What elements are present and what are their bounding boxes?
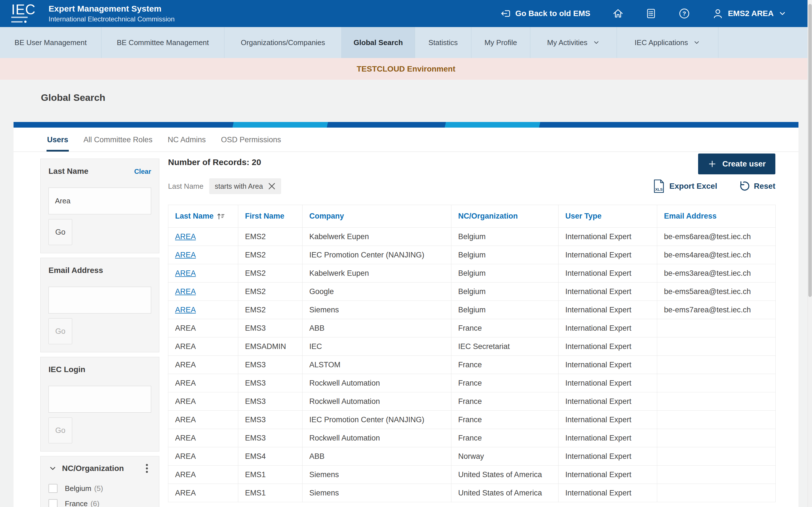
table-row: AREAEMS4ABBNorwayInternational Expert: [168, 447, 776, 466]
column-header-user-type[interactable]: User Type: [559, 205, 657, 228]
cell-email: be-ems3area@test.iec.ch: [657, 264, 776, 283]
cell-email: [657, 337, 776, 356]
app-header: IEC Expert Management System Internation…: [0, 0, 812, 27]
cell-company: Rockwell Automation: [303, 392, 451, 411]
sort-ascending-icon: [216, 213, 225, 220]
nav-item-my-activities[interactable]: My Activities: [530, 27, 617, 58]
cell-email: [657, 374, 776, 392]
table-row: AREAEMS2GoogleBelgiumInternational Exper…: [168, 283, 776, 301]
cell-company: Rockwell Automation: [303, 374, 451, 392]
export-excel-button[interactable]: XLS Export Excel: [653, 179, 717, 193]
exit-arrow-icon: [501, 8, 511, 18]
cell-last-name: AREA: [168, 392, 238, 411]
cell-nc-org: France: [451, 319, 559, 337]
go-back-to-old-ems-button[interactable]: Go Back to old EMS: [501, 8, 591, 18]
tab-osd-permissions[interactable]: OSD Permissions: [220, 131, 282, 152]
column-header-label: Last Name: [175, 212, 214, 221]
cell-user-type: International Expert: [559, 356, 657, 374]
cell-last-name: AREA: [168, 301, 238, 319]
person-icon: [712, 8, 723, 19]
help-icon[interactable]: ?: [678, 8, 690, 19]
filter-chip: starts with Area: [209, 178, 281, 194]
page-scrollbar-track[interactable]: [808, 0, 812, 507]
column-header-email-address[interactable]: Email Address: [657, 205, 776, 228]
user-detail-link[interactable]: AREA: [175, 305, 196, 314]
page-scrollbar-thumb[interactable]: [808, 4, 812, 297]
nc-option-france: France(6): [49, 499, 151, 507]
checkbox-belgium[interactable]: [49, 484, 57, 493]
chevron-down-icon: [593, 39, 600, 46]
email-input[interactable]: [49, 287, 151, 314]
nav-item-label: BE User Management: [15, 38, 87, 47]
checkbox-france[interactable]: [49, 499, 57, 507]
nav-item-label: IEC Applications: [635, 38, 688, 47]
cell-nc-org: France: [451, 411, 559, 429]
user-detail-link[interactable]: AREA: [175, 269, 196, 277]
tab-all-committee-roles[interactable]: All Committee Roles: [83, 131, 153, 152]
cell-last-name: AREA: [168, 356, 238, 374]
kebab-menu-icon[interactable]: [143, 463, 151, 474]
documents-icon[interactable]: [646, 8, 656, 19]
cell-nc-org: France: [451, 429, 559, 447]
email-go-button[interactable]: Go: [49, 318, 72, 344]
iec-login-input[interactable]: [49, 386, 151, 413]
plus-icon: [708, 159, 717, 168]
cell-last-name: AREA: [168, 411, 238, 429]
reset-button[interactable]: Reset: [738, 180, 775, 192]
table-row: AREAEMSADMINIECIEC SecretariatInternatio…: [168, 337, 776, 356]
cell-nc-org: Belgium: [451, 246, 559, 264]
cell-last-name: AREA: [168, 429, 238, 447]
last-name-input[interactable]: Area: [49, 187, 151, 214]
cell-first-name: EMS3: [238, 429, 303, 447]
svg-text:?: ?: [682, 10, 686, 17]
nav-item-global-search[interactable]: Global Search: [342, 27, 415, 58]
cell-user-type: International Expert: [559, 411, 657, 429]
column-header-last-name[interactable]: Last Name: [168, 205, 238, 228]
cell-last-name: AREA: [168, 246, 238, 264]
user-detail-link[interactable]: AREA: [175, 287, 196, 296]
tab-nc-admins[interactable]: NC Admins: [167, 131, 206, 152]
home-icon[interactable]: [612, 8, 624, 19]
last-name-go-button[interactable]: Go: [49, 219, 72, 245]
user-menu[interactable]: EMS2 AREA: [712, 8, 786, 19]
nav-item-label: Statistics: [428, 38, 458, 47]
reset-label: Reset: [754, 182, 775, 191]
cell-nc-org: France: [451, 392, 559, 411]
cell-first-name: EMS3: [238, 411, 303, 429]
cell-first-name: EMS3: [238, 374, 303, 392]
table-body: AREAEMS2Kabelwerk EupenBelgiumInternatio…: [168, 228, 776, 502]
iec-logo-bars: [11, 17, 36, 24]
cell-user-type: International Expert: [559, 429, 657, 447]
nav-item-be-user-management[interactable]: BE User Management: [0, 27, 101, 58]
column-header-company[interactable]: Company: [303, 205, 451, 228]
nav-item-my-profile[interactable]: My Profile: [471, 27, 530, 58]
cell-user-type: International Expert: [559, 466, 657, 484]
filter-sidebar: Last Name Clear Area Go Email Address Go…: [40, 159, 159, 507]
user-detail-link[interactable]: AREA: [175, 232, 196, 241]
user-detail-link[interactable]: AREA: [175, 251, 196, 259]
cell-company: ALSTOM: [303, 356, 451, 374]
tab-users[interactable]: Users: [47, 131, 69, 152]
cell-first-name: EMS3: [238, 356, 303, 374]
remove-filter-icon[interactable]: [268, 182, 275, 190]
cell-email: [657, 392, 776, 411]
cell-nc-org: United States of America: [451, 484, 559, 502]
clear-filter-link[interactable]: Clear: [134, 168, 151, 175]
nav-item-statistics[interactable]: Statistics: [415, 27, 471, 58]
chevron-down-icon: [693, 39, 700, 46]
column-header-nc-organization[interactable]: NC/Organization: [451, 205, 559, 228]
cell-first-name: EMSADMIN: [238, 337, 303, 356]
nav-item-iec-applications[interactable]: IEC Applications: [617, 27, 718, 58]
iec-login-go-button[interactable]: Go: [49, 417, 72, 443]
nav-item-be-committee-management[interactable]: BE Committee Management: [101, 27, 224, 58]
results-table: Last NameFirst NameCompanyNC/Organizatio…: [168, 205, 776, 502]
collapse-chevron-icon[interactable]: [49, 464, 57, 473]
cell-email: be-ems6area@test.iec.ch: [657, 228, 776, 246]
table-row: AREAEMS2SiemensBelgiumInternational Expe…: [168, 301, 776, 319]
column-header-first-name[interactable]: First Name: [238, 205, 303, 228]
nav-item-label: My Profile: [485, 38, 517, 47]
nav-item-organizations-companies[interactable]: Organizations/Companies: [224, 27, 342, 58]
create-user-button[interactable]: Create user: [698, 154, 775, 174]
cell-last-name: AREA: [168, 228, 238, 246]
nav-item-label: BE Committee Management: [117, 38, 209, 47]
